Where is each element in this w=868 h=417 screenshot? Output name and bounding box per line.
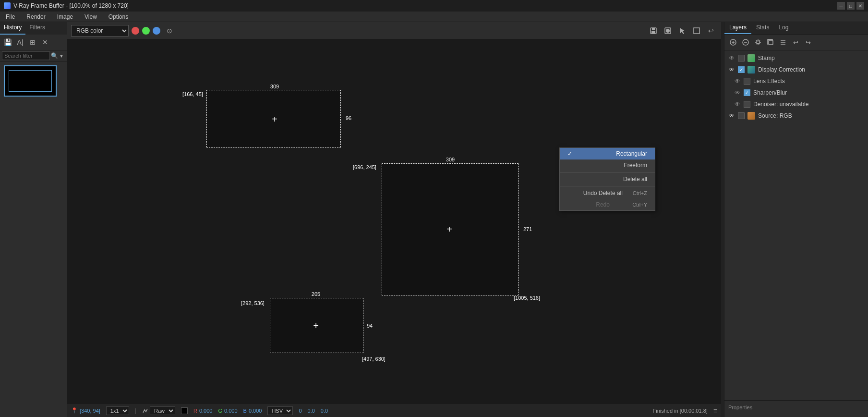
copy-btn[interactable]: ⊞ [27,37,38,48]
undo-btn[interactable]: ↩ [705,25,717,37]
save-image-btn[interactable] [647,25,660,37]
layer-sb-checkbox[interactable]: ✓ [744,89,750,96]
layer-stamp[interactable]: 👁 Stamp [724,52,868,64]
context-undo-delete-all[interactable]: Undo Delete all Ctrl+Z [560,187,655,199]
layer-stamp-visibility[interactable]: 👁 [728,55,735,61]
layer-sharpen-blur[interactable]: 👁 ✓ Sharpen/Blur [724,87,868,98]
layer-src-icon [747,112,755,120]
tab-log[interactable]: Log [774,22,793,34]
layer-den-name: Denoiser: unavailable [753,101,864,108]
layer-le-visibility[interactable]: 👁 [734,78,741,85]
layer-lens-effects[interactable]: 👁 Lens Effects [724,75,868,87]
tab-layers[interactable]: Layers [724,22,751,34]
layer-source-rgb[interactable]: 👁 Source: RGB [724,110,868,122]
blue-channel-dot[interactable] [153,27,160,35]
status-finished: Finished in [00:00:01.8] [652,408,707,414]
red-channel-dot[interactable] [132,27,139,35]
layer-src-visibility[interactable]: 👁 [728,112,735,119]
search-icon[interactable]: 🔍 [51,52,58,59]
right-tabs: Layers Stats Log [724,22,868,35]
canvas-area[interactable]: [166, 45] 309 96 + [696, 245] 309 271 + … [67,39,721,404]
layer-sb-visibility[interactable]: 👁 [734,89,741,96]
right-sidebar: Layers Stats Log ↩ ↪ [724,22,868,417]
menu-image[interactable]: Image [55,12,75,21]
color-mode-select[interactable]: RGB color [71,25,129,37]
layers-panel: 👁 Stamp 👁 ✓ Display Correction 👁 Lens Ef… [724,50,868,400]
layer-src-checkbox[interactable] [738,112,745,119]
menu-bar: File Render Image View Options [0,12,868,22]
layer-stamp-checkbox[interactable] [738,55,745,61]
layer-le-checkbox[interactable] [744,78,750,85]
right-toolbar: ↩ ↪ [724,35,868,50]
selection-rect-3[interactable] [270,298,363,353]
status-color-indicator [181,407,188,414]
svg-rect-6 [694,28,699,34]
menu-render[interactable]: Render [24,12,47,21]
context-redo[interactable]: Redo Ctrl+Y [560,199,655,210]
menu-file[interactable]: File [4,12,17,21]
minimize-button[interactable]: ─ [837,2,845,10]
layer-dc-visibility[interactable]: 👁 [728,66,735,73]
context-delete-all[interactable]: Delete all [560,173,655,185]
app-icon [4,2,11,9]
sel2-dim-top: 309 [446,157,455,162]
window-title: V-Ray Frame Buffer - [100.0% of 1280 x 7… [13,2,129,9]
window-controls[interactable]: ─ □ ✕ [837,2,864,10]
status-coords-group: 📍 [340, 94] [71,407,100,414]
context-menu: Rectangular Freeform Delete all Undo Del… [559,147,655,211]
menu-options[interactable]: Options [107,12,130,21]
save-small-btn[interactable]: 💾 [2,37,13,48]
save-color-btn[interactable] [662,25,674,37]
layer-list-btn[interactable] [777,37,789,48]
layer-add-btn[interactable] [727,37,739,48]
layer-copy-btn[interactable] [765,37,776,48]
layer-undo-btn[interactable]: ↩ [790,37,801,48]
color-wheel-btn[interactable]: ⊙ [163,25,176,37]
status-channel-group: Raw [142,406,175,415]
layer-den-checkbox[interactable] [744,101,750,108]
search-expand-icon[interactable]: ▼ [59,53,64,59]
layer-redo-btn[interactable]: ↪ [802,37,814,48]
layer-dc-checkbox[interactable]: ✓ [738,66,745,73]
colorspace-select[interactable]: HSV [267,406,293,415]
layer-stamp-icon [747,54,755,62]
layer-remove-btn[interactable] [740,37,751,48]
selection-rect-2[interactable] [382,163,518,295]
green-channel-dot[interactable] [142,27,150,35]
frame-btn[interactable] [690,25,703,37]
context-rectangular[interactable]: Rectangular [560,148,655,159]
delete-btn[interactable]: ✕ [39,37,51,48]
maximize-button[interactable]: □ [847,2,855,10]
cursor-tool-btn[interactable] [676,25,688,37]
status-colorspace: HSV [267,406,293,415]
text-btn[interactable]: A| [14,37,26,48]
context-freeform[interactable]: Freeform [560,159,655,171]
sel1-dim-top: 309 [270,84,279,89]
channel-select[interactable]: Raw [150,406,175,415]
context-sep-2 [560,186,655,186]
pixel-size-select[interactable]: 1x1 [106,406,129,415]
layer-display-correction[interactable]: 👁 ✓ Display Correction [724,64,868,75]
menu-view[interactable]: View [83,12,99,21]
status-expand-btn[interactable]: ≡ [713,407,717,415]
layer-denoiser[interactable]: 👁 Denoiser: unavailable [724,98,868,110]
selection-rect-1[interactable] [206,90,341,147]
tab-stats[interactable]: Stats [751,22,774,34]
sel3-label: [292, 536] [241,300,265,306]
tab-history[interactable]: History [0,22,25,35]
close-button[interactable]: ✕ [856,2,864,10]
sel1-label: [166, 45] [182,91,203,97]
status-r: R 0.000 [193,408,212,414]
search-input[interactable] [2,51,50,60]
left-sidebar: History Filters 💾 A| ⊞ ✕ 🔍 ▼ [0,22,67,417]
sel2-dim-right: 271 [523,226,532,232]
main-toolbar: RGB color ⊙ ↩ [67,22,721,39]
channel-icon [142,408,148,414]
layer-settings-btn[interactable] [752,37,764,48]
layer-den-visibility[interactable]: 👁 [734,101,741,108]
tab-filters[interactable]: Filters [25,22,49,35]
context-sep-1 [560,172,655,172]
main-layout: History Filters 💾 A| ⊞ ✕ 🔍 ▼ RGB color ⊙ [0,22,868,417]
sel2-label: [696, 245] [353,164,376,170]
layer-src-name: Source: RGB [758,112,864,119]
